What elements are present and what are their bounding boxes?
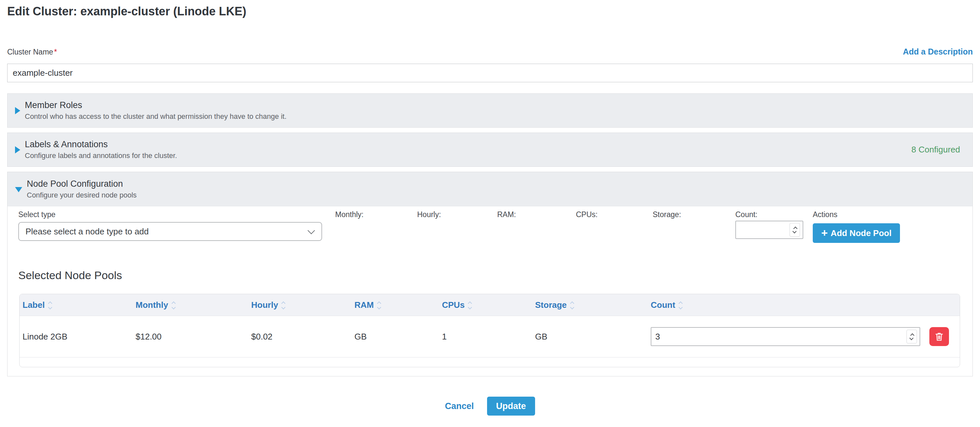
cluster-name-label: Cluster Name* (7, 48, 57, 57)
edit-cluster-page: Edit Cluster: example-cluster (Linode LK… (0, 0, 980, 416)
cell-label: Linode 2GB (20, 316, 133, 357)
cell-ram: GB (352, 316, 439, 357)
accordion-text: Node Pool Configuration Configure your d… (27, 179, 137, 200)
cell-hourly: $0.02 (248, 316, 352, 357)
cell-storage: GB (532, 316, 648, 357)
sort-down-icon (48, 305, 52, 310)
accordion-title: Member Roles (25, 100, 286, 110)
pool-count-stepper[interactable] (651, 327, 920, 346)
accordion-title: Node Pool Configuration (27, 179, 137, 189)
selected-node-pools-table-wrap: Label Monthly Hourly RAM CPUs Storage Co… (19, 294, 960, 367)
delete-pool-button[interactable] (929, 327, 949, 346)
sort-down-icon (678, 305, 683, 310)
node-pool-configuration-section: Node Pool Configuration Configure your d… (7, 172, 973, 376)
sort-up-icon (377, 301, 381, 306)
sort-icon (172, 302, 175, 309)
trash-icon (934, 331, 944, 342)
column-header-hourly[interactable]: Hourly (248, 294, 352, 316)
sort-down-icon (172, 305, 176, 310)
column-header-text: Storage (535, 300, 567, 310)
sort-down-icon (377, 305, 381, 310)
column-header-cpus[interactable]: CPUs (439, 294, 532, 316)
sort-up-icon (678, 301, 683, 306)
column-header-text: Monthly (135, 300, 168, 310)
column-header-text: Count (651, 300, 675, 310)
page-title: Edit Cluster: example-cluster (Linode LK… (7, 5, 973, 18)
accordion-text: Member Roles Control who has access to t… (25, 100, 286, 121)
accordion-subtitle: Configure your desired node pools (27, 191, 137, 200)
sort-down-icon (281, 305, 285, 310)
column-header-count[interactable]: Count (648, 294, 960, 316)
node-type-select-value: Please select a node type to add (25, 227, 308, 237)
accordion-text: Labels & Annotations Configure labels an… (25, 140, 177, 160)
monthly-label: Monthly: (335, 210, 364, 219)
chevron-right-icon (15, 146, 20, 154)
actions-label: Actions (813, 210, 837, 219)
hourly-label: Hourly: (417, 210, 441, 219)
cluster-name-label-text: Cluster Name (7, 48, 53, 56)
selected-node-pools-heading: Selected Node Pools (18, 269, 122, 282)
count-stepper[interactable] (735, 221, 803, 239)
sort-icon (679, 302, 682, 309)
column-header-text: Label (22, 300, 45, 310)
node-pool-form: Select type Monthly: Hourly: RAM: CPUs: … (8, 206, 972, 376)
sort-up-icon (468, 301, 472, 306)
stepper-arrows-icon[interactable] (907, 330, 917, 343)
table-header-row: Label Monthly Hourly RAM CPUs Storage Co… (20, 294, 960, 316)
table-footer-cell (20, 357, 960, 367)
accordion-title: Labels & Annotations (25, 140, 177, 149)
stepper-arrows-icon[interactable] (789, 223, 800, 237)
required-asterisk: * (54, 48, 57, 56)
add-description-link[interactable]: Add a Description (903, 47, 973, 57)
select-type-label: Select type (18, 210, 56, 219)
cancel-button[interactable]: Cancel (445, 401, 474, 411)
accordion-subtitle: Configure labels and annotations for the… (25, 151, 177, 160)
pool-count-input[interactable] (651, 328, 920, 345)
count-label: Count: (735, 210, 757, 219)
column-header-storage[interactable]: Storage (532, 294, 648, 316)
column-header-ram[interactable]: RAM (352, 294, 439, 316)
column-header-text: Hourly (251, 300, 278, 310)
add-node-pool-label: Add Node Pool (831, 228, 891, 238)
sort-icon (282, 302, 285, 309)
table-row: Linode 2GB $12.00 $0.02 GB 1 GB (20, 316, 960, 357)
configured-count-badge: 8 Configured (912, 144, 960, 155)
chevron-right-icon (15, 107, 20, 114)
cell-monthly: $12.00 (133, 316, 248, 357)
sort-down-icon (468, 305, 472, 310)
sort-icon (468, 302, 471, 309)
accordion-labels-annotations[interactable]: Labels & Annotations Configure labels an… (7, 133, 973, 167)
plus-icon: + (821, 227, 828, 238)
cpus-label: CPUs: (576, 210, 598, 219)
selected-node-pools-table: Label Monthly Hourly RAM CPUs Storage Co… (19, 294, 960, 367)
column-header-text: CPUs (442, 300, 465, 310)
table-footer-row (20, 357, 960, 367)
sort-icon (49, 302, 52, 309)
chevron-down-icon (308, 227, 315, 234)
cell-count (648, 316, 960, 357)
add-node-pool-button[interactable]: + Add Node Pool (813, 223, 900, 243)
cluster-name-row: Cluster Name* Add a Description (7, 47, 973, 57)
column-header-label[interactable]: Label (20, 294, 133, 316)
update-button[interactable]: Update (487, 397, 535, 416)
column-header-monthly[interactable]: Monthly (133, 294, 248, 316)
sort-up-icon (281, 301, 285, 306)
sort-icon (571, 302, 574, 309)
accordion-member-roles[interactable]: Member Roles Control who has access to t… (7, 94, 973, 128)
footer-actions: Cancel Update (7, 397, 973, 416)
cluster-name-input[interactable] (7, 63, 973, 82)
sort-down-icon (570, 305, 574, 310)
accordion-node-pool-configuration[interactable]: Node Pool Configuration Configure your d… (8, 172, 972, 206)
column-header-text: RAM (355, 300, 374, 310)
storage-label: Storage: (653, 210, 681, 219)
accordion-subtitle: Control who has access to the cluster an… (25, 112, 286, 121)
node-type-select[interactable]: Please select a node type to add (18, 222, 322, 241)
chevron-down-icon (15, 187, 22, 192)
ram-label: RAM: (497, 210, 516, 219)
cell-cpus: 1 (439, 316, 532, 357)
sort-icon (378, 302, 380, 309)
